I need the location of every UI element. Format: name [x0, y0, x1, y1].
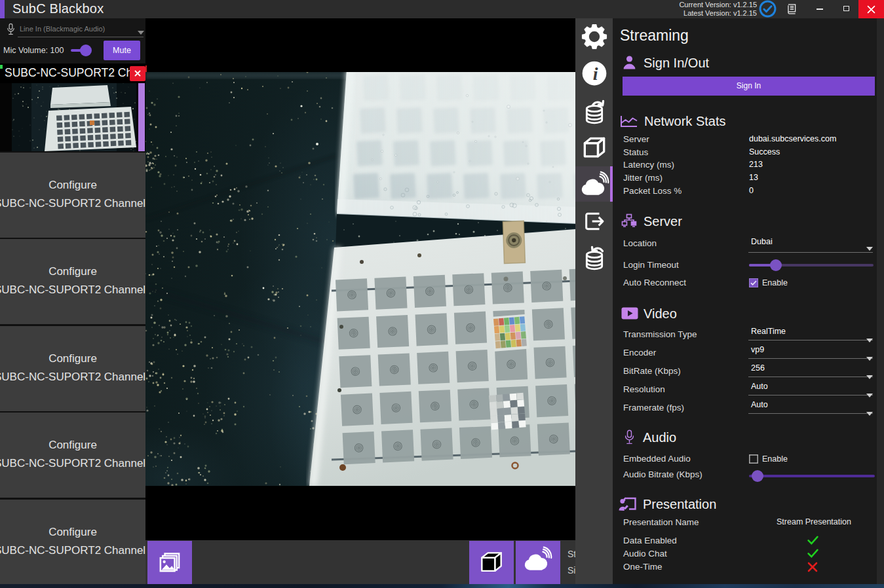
svg-text:i: i: [592, 64, 598, 84]
